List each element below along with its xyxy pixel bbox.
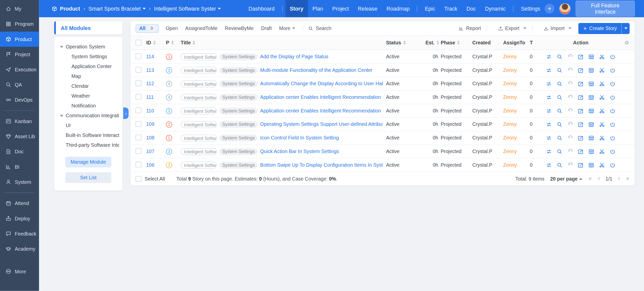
row-checkbox[interactable]	[136, 134, 141, 140]
sidebar-item[interactable]: QA	[0, 77, 39, 92]
sidebar-item[interactable]: BI	[0, 159, 39, 174]
nav-dynamic[interactable]: Dynamic	[480, 0, 510, 17]
edit-icon[interactable]	[578, 81, 584, 87]
column-priority[interactable]: P	[166, 40, 181, 46]
sort-icon[interactable]	[457, 41, 460, 45]
subdivide-icon[interactable]	[599, 135, 605, 141]
sidebar-item[interactable]: Asset Lib	[0, 129, 39, 144]
close-icon[interactable]	[609, 162, 615, 168]
report-button[interactable]: Report	[459, 25, 481, 31]
recall-icon[interactable]	[567, 121, 573, 127]
story-title-link[interactable]: Multi-module Functionality of the Applic…	[260, 67, 383, 73]
recall-icon[interactable]	[567, 81, 573, 87]
sidebar-item[interactable]: Feedback	[0, 226, 39, 241]
nav-dashboard[interactable]: Dashboard	[244, 0, 279, 17]
row-checkbox[interactable]	[136, 53, 141, 59]
review-icon[interactable]	[556, 94, 562, 100]
prev-page-button[interactable]	[597, 177, 601, 181]
breadcrumb-root[interactable]: Product	[51, 6, 80, 12]
module-tree-item[interactable]: Third-party Software Interaction	[58, 140, 119, 150]
nav-plan[interactable]: Plan	[308, 0, 328, 17]
subdivide-icon[interactable]	[599, 94, 605, 100]
nav-project[interactable]: Project	[328, 0, 353, 17]
last-page-button[interactable]	[625, 177, 630, 181]
quick-create-button[interactable]	[545, 4, 555, 14]
next-page-button[interactable]	[616, 177, 621, 181]
recall-icon[interactable]	[567, 135, 573, 141]
close-icon[interactable]	[609, 121, 615, 127]
row-checkbox[interactable]	[136, 67, 141, 72]
sidebar-item[interactable]: Academy	[0, 241, 39, 256]
sidebar-item[interactable]: Doc	[0, 144, 39, 159]
create-case-icon[interactable]	[588, 121, 594, 127]
module-tree-item[interactable]: Application Center	[58, 62, 119, 71]
recall-icon[interactable]	[567, 67, 573, 73]
change-icon[interactable]	[546, 135, 552, 141]
story-title-link[interactable]: Application center Enables Intelligent R…	[260, 108, 383, 114]
create-case-icon[interactable]	[588, 81, 594, 87]
sort-icon[interactable]	[193, 41, 195, 45]
column-created[interactable]: Created	[472, 40, 503, 46]
subdivide-icon[interactable]	[599, 67, 605, 73]
nav-epic[interactable]: Epic	[420, 0, 440, 17]
close-icon[interactable]	[609, 81, 615, 87]
story-id-link[interactable]: 110	[146, 108, 166, 114]
create-case-icon[interactable]	[588, 108, 594, 114]
row-checkbox[interactable]	[136, 80, 141, 86]
sort-icon[interactable]	[403, 41, 406, 45]
change-icon[interactable]	[546, 53, 552, 60]
story-id-link[interactable]: 111	[146, 94, 166, 100]
tab-review-by-me[interactable]: ReviewByMe	[225, 25, 254, 31]
edit-icon[interactable]	[578, 135, 584, 141]
change-icon[interactable]	[546, 148, 552, 154]
edit-icon[interactable]	[578, 121, 584, 127]
select-all-control[interactable]: Select All	[136, 176, 165, 182]
story-id-link[interactable]: 107	[146, 149, 166, 154]
select-all-checkbox[interactable]	[136, 40, 141, 46]
subdivide-icon[interactable]	[599, 53, 605, 60]
full-feature-interface-button[interactable]: Full Feature Interface	[576, 1, 635, 17]
row-checkbox[interactable]	[136, 161, 141, 167]
story-id-link[interactable]: 113	[146, 67, 166, 73]
tab-more[interactable]: More	[279, 25, 295, 31]
story-title-link[interactable]: Quick Action Bar In System Settings	[260, 149, 383, 154]
create-story-button[interactable]: Create Story	[578, 23, 621, 34]
row-checkbox[interactable]	[136, 148, 141, 154]
search-toggle[interactable]: Search	[308, 25, 331, 31]
change-icon[interactable]	[546, 108, 552, 114]
column-est[interactable]: Est.	[425, 40, 441, 46]
set-list-button[interactable]: Set List	[65, 172, 111, 183]
edit-icon[interactable]	[578, 108, 584, 114]
create-case-icon[interactable]	[588, 162, 594, 168]
module-tree-item[interactable]: Operation System	[58, 42, 119, 52]
recall-icon[interactable]	[567, 162, 573, 168]
edit-icon[interactable]	[578, 162, 584, 168]
recall-icon[interactable]	[567, 148, 573, 154]
sort-icon[interactable]	[436, 41, 439, 45]
module-tree-item[interactable]: Weather	[58, 91, 119, 101]
sort-icon[interactable]	[171, 41, 174, 45]
module-tree-item[interactable]: Map	[58, 71, 119, 81]
create-case-icon[interactable]	[588, 53, 594, 60]
sidebar-item[interactable]: System	[0, 174, 39, 189]
story-title-link[interactable]: Automatically Change the Display Accordi…	[260, 81, 383, 87]
module-tree-item[interactable]: Communication Integration	[58, 111, 119, 121]
close-icon[interactable]	[609, 108, 615, 114]
review-icon[interactable]	[556, 162, 562, 168]
tab-assigned-to-me[interactable]: AssignedToMe	[185, 25, 217, 31]
column-settings-button[interactable]	[617, 40, 630, 46]
sidebar-item[interactable]: More	[0, 264, 39, 279]
change-icon[interactable]	[546, 94, 552, 100]
recall-icon[interactable]	[567, 53, 573, 60]
sidebar-item[interactable]: DevOps	[0, 92, 39, 107]
nav-story[interactable]: Story	[285, 0, 308, 17]
close-icon[interactable]	[609, 67, 615, 73]
review-icon[interactable]	[556, 81, 562, 87]
story-id-link[interactable]: 108	[146, 135, 166, 141]
sidebar-item[interactable]: My	[0, 1, 39, 16]
story-title-link[interactable]: Bottom Swipe Up To Display Configuration…	[260, 162, 383, 168]
first-page-button[interactable]	[588, 177, 593, 181]
module-tree-item[interactable]: UI	[58, 121, 119, 130]
module-tree-item[interactable]: Built-in Software Interaction	[58, 130, 119, 140]
review-icon[interactable]	[556, 121, 562, 127]
